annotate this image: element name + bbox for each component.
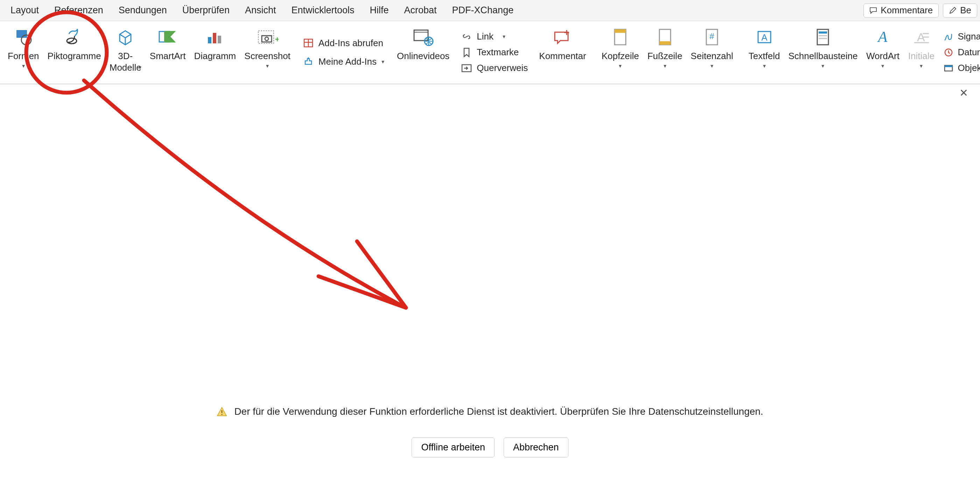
tab-ansicht[interactable]: Ansicht <box>237 0 284 21</box>
dropcap-label: Initiale <box>908 50 934 62</box>
work-offline-button[interactable]: Offline arbeiten <box>412 437 495 457</box>
svg-text:A: A <box>877 29 888 46</box>
chevron-down-icon: ▾ <box>763 63 766 69</box>
clock-icon <box>943 48 953 57</box>
crossref-icon <box>461 64 473 72</box>
quickparts-label: Schnellbausteine <box>788 50 858 62</box>
quickparts-button[interactable]: Schnellbausteine ▾ <box>784 22 862 82</box>
group-media: Onlinevideos <box>389 21 457 84</box>
online-videos-button[interactable]: Onlinevideos <box>393 22 453 82</box>
svg-rect-40 <box>945 65 952 67</box>
svg-rect-31 <box>819 35 827 36</box>
get-addins-label: Add-Ins abrufen <box>318 38 383 49</box>
pagenum-button[interactable]: # Seitenzahl ▾ <box>686 22 737 82</box>
comments-button[interactable]: Kommentare <box>864 3 939 17</box>
3d-models-label: 3D- Modelle <box>110 50 142 73</box>
chevron-down-icon: ▾ <box>881 63 884 69</box>
chevron-down-icon: ▾ <box>266 63 269 69</box>
speech-bubble-icon <box>869 6 877 14</box>
icons-button[interactable]: Piktogramme <box>43 22 105 82</box>
svg-rect-22 <box>615 29 626 33</box>
pictogram-icon <box>64 26 84 48</box>
shapes-icon <box>14 26 33 48</box>
object-icon <box>943 64 953 72</box>
bookmark-icon <box>461 48 473 57</box>
tab-entwicklertools[interactable]: Entwicklertools <box>283 0 362 21</box>
group-links: Link ▾ Textmarke Querverweis <box>457 21 531 84</box>
svg-rect-5 <box>213 33 216 43</box>
link-button[interactable]: Link ▾ <box>461 31 528 42</box>
object-button[interactable]: Objekt ▾ <box>943 63 980 73</box>
svg-text:+: + <box>275 35 278 44</box>
addin-icon <box>303 57 313 67</box>
online-videos-label: Onlinevideos <box>397 50 449 62</box>
header-button[interactable]: Kopfzeile ▾ <box>597 22 643 82</box>
header-label: Kopfzeile <box>601 50 639 62</box>
crossref-button[interactable]: Querverweis <box>461 63 528 73</box>
bookmark-button[interactable]: Textmarke <box>461 47 528 58</box>
tab-referenzen[interactable]: Referenzen <box>46 0 111 21</box>
smartart-button[interactable]: SmartArt <box>146 22 190 82</box>
svg-rect-6 <box>218 36 221 43</box>
footer-label: Fußzeile <box>648 50 682 62</box>
chevron-down-icon: ▾ <box>711 63 713 69</box>
dropcap-icon: A <box>912 26 930 48</box>
tab-ueberpruefen[interactable]: Überprüfen <box>175 0 237 21</box>
chevron-down-icon: ▾ <box>138 64 142 71</box>
object-label: Objekt <box>958 63 980 73</box>
chart-button[interactable]: Diagramm <box>190 22 240 82</box>
datetime-button[interactable]: Datum und Uhrzeit <box>943 47 980 58</box>
icons-task-pane: ✕ Der für die Verwendung dieser Funktion… <box>0 84 980 477</box>
chart-label: Diagramm <box>194 50 236 62</box>
shapes-label: Formen <box>8 50 39 62</box>
icons-label: Piktogramme <box>48 50 101 62</box>
textbox-icon: A <box>756 26 773 48</box>
chevron-down-icon: ▾ <box>619 63 622 69</box>
header-icon <box>612 26 628 48</box>
get-addins-button[interactable]: Add-Ins abrufen <box>303 38 384 49</box>
shapes-button[interactable]: Formen ▾ <box>3 22 43 82</box>
my-addins-label: Meine Add-Ins <box>318 56 377 67</box>
comment-button[interactable]: Kommentar <box>535 22 590 82</box>
textbox-button[interactable]: A Textfeld ▾ <box>745 22 784 82</box>
svg-rect-24 <box>659 41 671 45</box>
tab-sendungen[interactable]: Sendungen <box>111 0 175 21</box>
tab-acrobat[interactable]: Acrobat <box>396 0 444 21</box>
service-disabled-text: Der für die Verwendung dieser Funktion e… <box>234 406 763 417</box>
wordart-button[interactable]: A WordArt ▾ <box>862 22 904 82</box>
my-addins-button[interactable]: Meine Add-Ins ▾ <box>303 56 384 67</box>
link-label: Link <box>477 31 493 42</box>
cancel-button[interactable]: Abbrechen <box>504 437 568 457</box>
store-icon <box>303 38 313 48</box>
svg-rect-30 <box>819 32 827 33</box>
chevron-down-icon: ▾ <box>22 63 25 69</box>
signature-button[interactable]: Signaturzeile ▾ <box>943 31 980 42</box>
svg-rect-4 <box>208 37 212 43</box>
svg-rect-32 <box>819 38 827 39</box>
chart-icon <box>206 26 224 48</box>
wordart-label: WordArt <box>866 50 899 62</box>
new-comment-icon <box>553 26 572 48</box>
edit-label: Be <box>960 5 971 16</box>
pagenum-icon: # <box>704 26 720 48</box>
3d-models-button[interactable]: 3D- Modelle ▾ <box>105 22 146 82</box>
dropcap-button[interactable]: A Initiale ▾ <box>904 22 939 82</box>
group-comment: Kommentar <box>531 21 593 84</box>
footer-button[interactable]: Fußzeile ▾ <box>643 22 687 82</box>
video-globe-icon <box>412 26 434 48</box>
svg-rect-0 <box>16 30 27 38</box>
textbox-label: Textfeld <box>749 50 780 62</box>
tab-hilfe[interactable]: Hilfe <box>362 0 396 21</box>
link-icon <box>461 33 473 41</box>
screenshot-button[interactable]: + Screenshot ▾ <box>240 22 295 82</box>
pencil-icon <box>949 6 956 14</box>
signature-icon <box>943 33 953 41</box>
edit-button[interactable]: Be <box>943 3 977 17</box>
dialog-buttons: Offline arbeiten Abbrechen <box>0 437 980 457</box>
tab-pdf-xchange[interactable]: PDF-XChange <box>444 0 522 21</box>
tab-layout[interactable]: Layout <box>3 0 46 21</box>
svg-text:#: # <box>710 32 714 41</box>
smartart-icon <box>158 26 177 48</box>
close-pane-button[interactable]: ✕ <box>959 88 968 98</box>
cube-icon <box>116 26 134 48</box>
